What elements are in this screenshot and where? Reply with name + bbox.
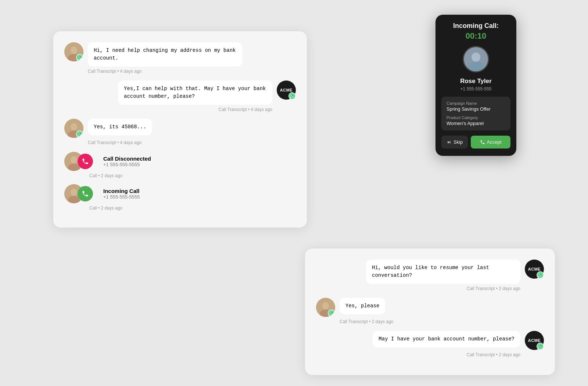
caller-avatar [463,46,489,72]
whatsapp-badge [328,310,335,317]
incoming-call-panel: Incoming Call: 00:10 Rose Tyler +1 555-5… [435,15,516,156]
avatar [316,298,335,317]
svg-point-4 [71,123,77,131]
call-action-buttons: Skip Accept [441,136,510,149]
call-disconnected-icon [78,154,93,169]
message-row: Hi, I need help changing my address on m… [64,42,296,67]
acme-avatar: ACME [277,81,296,100]
product-category-value: Women's Apparel [447,121,505,126]
svg-point-10 [71,189,77,196]
skip-icon [447,140,452,145]
right-chat-panel: ACME Hi, would you like to resume your l… [305,249,555,375]
call-incoming-event: Incoming Call +1 555-555-5555 [64,184,296,203]
call-incoming-icon [78,186,93,201]
svg-point-7 [71,156,77,164]
call-title: Call Disconnected [103,156,151,162]
call-info: Incoming Call +1 555-555-5555 [103,188,140,200]
message-bubble: Hi, I need help changing my address on m… [88,42,242,67]
whatsapp-badge [288,92,296,100]
message-bubble: May I have your bank account number, ple… [373,331,520,347]
whatsapp-badge [76,54,83,61]
avatar [64,42,83,61]
message-row: Yes, please [316,298,544,317]
avatar [64,119,83,138]
acme-avatar: ACME [525,331,544,350]
message-timestamp: Call Transcript • 2 days ago [316,286,520,291]
call-timestamp: Call • 2 days ago [89,205,296,211]
message-row: ACME Hi, would you like to resume your l… [316,260,544,284]
accept-phone-icon [480,140,485,145]
accept-button[interactable]: Accept [471,136,510,149]
incoming-call-title: Incoming Call: [441,22,510,30]
call-timestamp: Call • 2 days ago [89,173,296,178]
message-timestamp: Call Transcript • 4 days ago [88,140,296,145]
message-row: ACME May I have your bank account number… [316,331,544,350]
campaign-name-label: Campaign Name [447,101,505,106]
whatsapp-badge [537,343,544,350]
caller-avatar-wrap [441,46,510,72]
left-chat-panel: Hi, I need help changing my address on m… [53,31,307,228]
message-bubble: Yes, please [340,298,385,314]
call-disconnected-event: Call Disconnected +1 555-555-5555 [64,152,296,171]
incoming-call-timer: 00:10 [441,31,510,41]
call-info: Call Disconnected +1 555-555-5555 [103,156,151,167]
product-category-label: Product Category [447,115,505,120]
caller-phone: +1 555-555-555 [441,86,510,92]
message-bubble: Yes,I can help with that. May I have you… [118,81,272,105]
message-row: Yes, its 45068... [64,119,296,138]
svg-point-13 [472,53,480,62]
message-bubble: Yes, its 45068... [88,119,152,135]
svg-point-16 [322,302,329,310]
svg-point-1 [71,47,77,54]
skip-button[interactable]: Skip [441,136,468,149]
campaign-name-value: Spring Savings Offer [447,106,505,112]
caller-name: Rose Tyler [441,78,510,85]
message-timestamp: Call Transcript • 2 days ago [316,352,520,357]
message-timestamp: Call Transcript • 4 days ago [88,69,296,74]
call-title: Incoming Call [103,188,140,194]
whatsapp-badge [76,131,83,138]
message-bubble: Hi, would you like to resume your last c… [366,260,520,284]
message-row: ACME Yes,I can help with that. May I hav… [64,81,296,105]
call-number: +1 555-555-5555 [103,194,140,200]
acme-avatar: ACME [525,260,544,279]
call-number: +1 555-555-5555 [103,162,151,167]
message-timestamp: Call Transcript • 2 days ago [340,319,544,324]
campaign-info-box: Campaign Name Spring Savings Offer Produ… [441,97,510,131]
whatsapp-badge [537,271,544,279]
message-timestamp: Call Transcript • 4 days ago [64,107,272,112]
